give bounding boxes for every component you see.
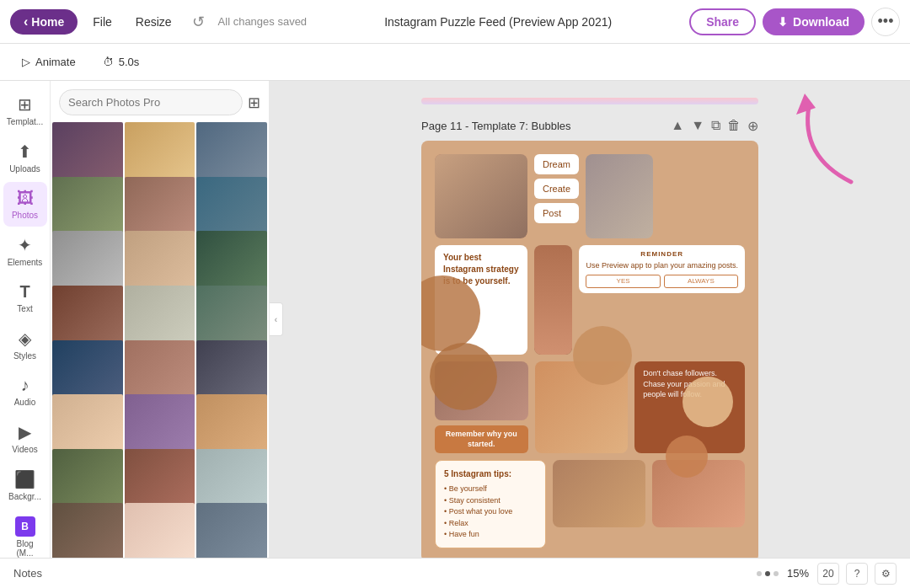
add-page-button[interactable]: ⊕ — [747, 118, 758, 134]
sidebar-item-text[interactable]: T Text — [3, 275, 47, 320]
row-1: Dream Create Post — [435, 154, 745, 238]
list-item[interactable] — [125, 503, 195, 558]
elements-icon: ✦ — [18, 235, 32, 255]
bottom-icons: 20 ? ⚙ — [817, 563, 897, 585]
page-dot-3 — [774, 571, 779, 576]
help-button[interactable]: ? — [846, 563, 868, 585]
styles-icon: ◈ — [19, 329, 31, 349]
tip-5: • Have fun — [444, 529, 537, 541]
create-card[interactable]: Create — [534, 179, 579, 199]
main-content: ⊞ Templat... ⬆ Uploads 🖼 Photos ✦ Elemen… — [0, 81, 910, 558]
delete-page-button[interactable]: 🗑 — [727, 118, 741, 134]
videos-icon: ▶ — [19, 422, 31, 442]
search-input[interactable] — [59, 89, 243, 115]
more-options-button[interactable]: ••• — [871, 8, 900, 36]
document-title: Instagram Puzzle Feed (Preview App 2021) — [313, 15, 682, 29]
download-button[interactable]: ⬇ Download — [763, 8, 864, 35]
secondary-toolbar: ▷ Animate ⏱ 5.0s — [0, 44, 910, 81]
sidebar-label-blog: Blog (M... — [8, 539, 42, 558]
main-photo[interactable] — [534, 245, 572, 355]
photos-grid — [51, 120, 269, 558]
undo-button[interactable]: ↺ — [187, 9, 210, 35]
sidebar-label-elements: Elements — [8, 258, 43, 267]
page-header-controls: ▲ ▼ ⧉ 🗑 ⊕ — [671, 118, 758, 134]
photos-search-bar: ⊞ — [51, 81, 269, 120]
topbar: Home File Resize ↺ All changes saved Ins… — [0, 0, 910, 44]
sidebar-item-blog[interactable]: B Blog (M... — [3, 510, 47, 558]
nav-up-button[interactable]: ▲ — [671, 118, 684, 134]
file-button[interactable]: File — [84, 10, 120, 34]
reminder-buttons: YES ALWAYS — [586, 275, 738, 288]
audio-icon: ♪ — [21, 376, 29, 395]
filter-button[interactable]: ⊞ — [248, 94, 260, 112]
page-number-button[interactable]: 20 — [817, 563, 839, 585]
sidebar-label-videos: Videos — [12, 445, 37, 454]
remember-card[interactable]: Remember why you started. — [435, 425, 528, 453]
canvas-area: ‹ Page 11 - Template 7: Bubbles ▲ ▼ ⧉ 🗑 — [270, 81, 910, 558]
sidebar-item-styles[interactable]: ◈ Styles — [3, 322, 47, 367]
resize-button[interactable]: Resize — [127, 10, 180, 34]
dream-card[interactable]: Dream — [534, 154, 579, 174]
saved-status: All changes saved — [218, 15, 308, 28]
duration-button[interactable]: ⏱ 5.0s — [94, 51, 148, 72]
blog-icon: B — [15, 516, 35, 537]
list-item[interactable] — [196, 503, 267, 558]
sidebar-label-background: Backgr... — [8, 492, 41, 501]
tips-list: • Be yourself • Stay consistent • Post w… — [444, 484, 537, 541]
hide-panel-button[interactable]: ‹ — [270, 302, 283, 336]
notes-label[interactable]: Notes — [13, 567, 748, 580]
uploads-icon: ⬆ — [18, 142, 32, 162]
reminder-yes-button[interactable]: YES — [586, 275, 660, 288]
sidebar-label-uploads: Uploads — [9, 164, 40, 174]
photos-icon: 🖼 — [17, 189, 34, 208]
tip-2: • Stay consistent — [444, 495, 537, 507]
sidebar-item-photos[interactable]: 🖼 Photos — [3, 182, 47, 227]
bottom-bar: Notes 15% 20 ? ⚙ — [0, 558, 910, 588]
clock-icon: ⏱ — [103, 56, 114, 68]
text-cards-column: Dream Create Post — [534, 154, 579, 223]
couple-photo[interactable] — [435, 154, 527, 238]
tips-card[interactable]: 5 Instagram tips: • Be yourself • Stay c… — [435, 460, 546, 548]
background-icon: ⬛ — [14, 469, 35, 489]
sidebar: ⊞ Templat... ⬆ Uploads 🖼 Photos ✦ Elemen… — [0, 81, 51, 558]
text-icon: T — [19, 282, 29, 302]
copy-page-button[interactable]: ⧉ — [711, 118, 720, 134]
sidebar-item-templates[interactable]: ⊞ Templat... — [3, 88, 47, 133]
blob-2 — [573, 326, 632, 385]
bottom-photo-1[interactable] — [553, 460, 645, 527]
page-11-section: Page 11 - Template 7: Bubbles ▲ ▼ ⧉ 🗑 ⊕ — [421, 118, 758, 558]
sidebar-label-text: Text — [17, 304, 32, 313]
page-dot-active — [765, 571, 770, 576]
sidebar-label-audio: Audio — [14, 398, 36, 407]
tip-4: • Relax — [444, 518, 537, 530]
photos-panel: ⊞ — [51, 81, 270, 558]
sidebar-item-uploads[interactable]: ⬆ Uploads — [3, 135, 47, 180]
canvas-scroll: Page 11 - Template 7: Bubbles ▲ ▼ ⧉ 🗑 ⊕ — [270, 81, 910, 558]
blob-4 — [430, 343, 497, 410]
post-card[interactable]: Post — [534, 203, 579, 223]
template-card[interactable]: Dream Create Post Your best Instagram st… — [421, 141, 758, 558]
settings-button[interactable]: ⚙ — [875, 563, 897, 585]
sidebar-label-styles: Styles — [13, 351, 36, 361]
sidebar-item-audio[interactable]: ♪ Audio — [3, 369, 47, 414]
blob-3 — [682, 377, 733, 427]
reminder-always-button[interactable]: ALWAYS — [664, 275, 738, 288]
person-photo-1[interactable] — [586, 154, 653, 238]
page-11-header: Page 11 - Template 7: Bubbles ▲ ▼ ⧉ 🗑 ⊕ — [421, 118, 758, 134]
sidebar-item-background[interactable]: ⬛ Backgr... — [3, 462, 47, 508]
sidebar-label-templates: Templat... — [7, 117, 43, 126]
reminder-card[interactable]: REMINDER Use Preview app to plan your am… — [579, 245, 745, 293]
zoom-level: 15% — [787, 567, 809, 580]
partial-page-top — [421, 98, 758, 104]
home-button[interactable]: Home — [10, 9, 78, 35]
blob-5 — [666, 436, 708, 478]
list-item[interactable] — [52, 503, 123, 558]
share-button[interactable]: Share — [689, 8, 756, 35]
sidebar-item-elements[interactable]: ✦ Elements — [3, 228, 47, 274]
animate-button[interactable]: ▷ Animate — [13, 51, 84, 72]
page-dots — [757, 571, 779, 576]
tips-title: 5 Instagram tips: — [444, 468, 537, 480]
sidebar-item-videos[interactable]: ▶ Videos — [3, 415, 47, 461]
animate-icon: ▷ — [22, 56, 30, 68]
nav-down-button[interactable]: ▼ — [691, 118, 704, 134]
